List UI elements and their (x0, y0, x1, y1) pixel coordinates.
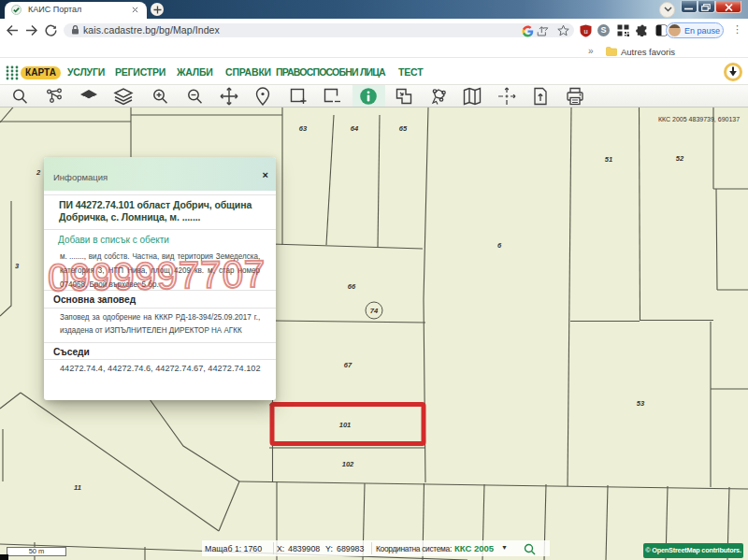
svg-text:66: 66 (348, 282, 356, 291)
svg-text:51: 51 (605, 155, 612, 164)
svg-text:63: 63 (299, 124, 308, 133)
svg-text:3: 3 (15, 262, 20, 270)
svg-text:74: 74 (370, 307, 379, 315)
svg-text:u: u (583, 27, 587, 36)
svg-text:67: 67 (344, 361, 352, 369)
svg-text:ККС 2005 4839739, 690137: ККС 2005 4839739, 690137 (658, 116, 740, 122)
svg-text:2: 2 (36, 168, 41, 177)
svg-text:64: 64 (351, 124, 359, 133)
svg-text:53: 53 (637, 399, 645, 408)
svg-text:101: 101 (339, 421, 352, 429)
svg-text:52: 52 (676, 154, 684, 163)
svg-text:11: 11 (74, 483, 81, 492)
svg-text:65: 65 (399, 124, 408, 133)
svg-text:6: 6 (497, 241, 502, 250)
svg-text:102: 102 (342, 460, 354, 468)
